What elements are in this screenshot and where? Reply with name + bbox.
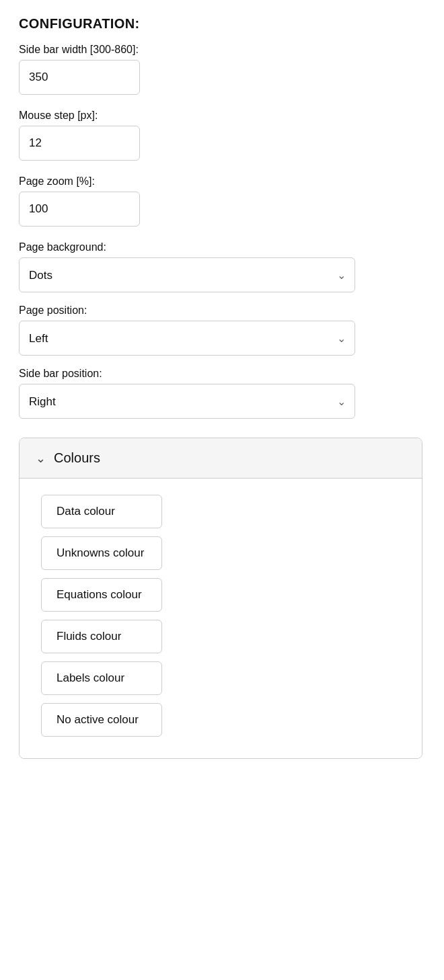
colours-section: ⌄ Colours Data colour Unknowns colour Eq… xyxy=(19,438,422,759)
no-active-colour-button[interactable]: No active colour xyxy=(41,703,162,737)
sidebar-width-input[interactable] xyxy=(19,60,140,95)
page-position-select-wrapper: Left Center Right ⌄ xyxy=(19,321,355,356)
mouse-step-label: Mouse step [px]: xyxy=(19,110,425,122)
page-zoom-group: Page zoom [%]: xyxy=(19,175,425,239)
labels-colour-button[interactable]: Labels colour xyxy=(41,661,162,695)
sidebar-width-group: Side bar width [300-860]: xyxy=(19,44,425,107)
page-position-group: Page position: Left Center Right ⌄ xyxy=(19,304,425,356)
sidebar-position-group: Side bar position: Right Left ⌄ xyxy=(19,368,425,419)
page-position-label: Page position: xyxy=(19,304,425,317)
sidebar-position-select-wrapper: Right Left ⌄ xyxy=(19,384,355,419)
colours-chevron-icon: ⌄ xyxy=(36,451,46,466)
sidebar-position-select[interactable]: Right Left xyxy=(19,384,355,419)
page-title: CONFIGURATION: xyxy=(19,16,425,32)
page-zoom-label: Page zoom [%]: xyxy=(19,175,425,188)
page-background-group: Page background: Dots Grid Lines None ⌄ xyxy=(19,241,425,292)
page-background-select-wrapper: Dots Grid Lines None ⌄ xyxy=(19,257,355,292)
sidebar-width-label: Side bar width [300-860]: xyxy=(19,44,425,56)
colours-section-label: Colours xyxy=(54,450,100,466)
page-background-select[interactable]: Dots Grid Lines None xyxy=(19,257,355,292)
colours-header[interactable]: ⌄ Colours xyxy=(20,438,422,479)
equations-colour-button[interactable]: Equations colour xyxy=(41,578,162,612)
colours-body: Data colour Unknowns colour Equations co… xyxy=(20,479,422,758)
data-colour-button[interactable]: Data colour xyxy=(41,495,162,528)
fluids-colour-button[interactable]: Fluids colour xyxy=(41,620,162,653)
page-background-label: Page background: xyxy=(19,241,425,253)
mouse-step-input[interactable] xyxy=(19,126,140,161)
unknowns-colour-button[interactable]: Unknowns colour xyxy=(41,536,162,570)
mouse-step-group: Mouse step [px]: xyxy=(19,110,425,173)
page-position-select[interactable]: Left Center Right xyxy=(19,321,355,356)
sidebar-position-label: Side bar position: xyxy=(19,368,425,380)
page-zoom-input[interactable] xyxy=(19,192,140,227)
